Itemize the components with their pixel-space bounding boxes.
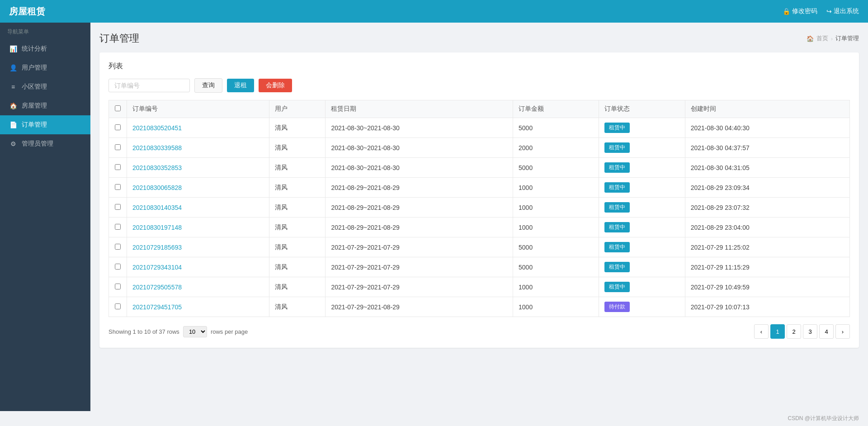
row-amount: 5000 bbox=[513, 158, 599, 178]
row-select-checkbox[interactable] bbox=[115, 204, 121, 210]
order-id-link[interactable]: 20210830339588 bbox=[132, 144, 182, 151]
sidebar-item-admins[interactable]: ⚙ 管理员管理 bbox=[0, 134, 90, 153]
row-select-checkbox[interactable] bbox=[115, 303, 121, 309]
statistics-icon: 📊 bbox=[9, 45, 17, 52]
row-user: 清风 bbox=[269, 178, 326, 198]
col-date: 租赁日期 bbox=[326, 100, 513, 118]
row-status: 租赁中 bbox=[599, 158, 685, 178]
row-status: 租赁中 bbox=[599, 218, 685, 237]
nav-label: 导航菜单 bbox=[0, 23, 90, 39]
orders-icon: 📄 bbox=[9, 121, 17, 128]
table-header: 订单编号 用户 租赁日期 订单金额 订单状态 创建时间 bbox=[109, 100, 850, 118]
row-select-checkbox[interactable] bbox=[115, 244, 121, 250]
sidebar-item-users[interactable]: 👤 用户管理 bbox=[0, 58, 90, 77]
order-id-link[interactable]: 20210729451705 bbox=[132, 303, 182, 311]
sidebar-item-users-label: 用户管理 bbox=[22, 64, 47, 72]
row-amount: 1000 bbox=[513, 178, 599, 198]
status-badge: 租赁中 bbox=[604, 282, 630, 292]
col-user: 用户 bbox=[269, 100, 326, 118]
row-select-checkbox[interactable] bbox=[115, 224, 121, 230]
status-badge: 租赁中 bbox=[604, 123, 630, 133]
select-all-checkbox[interactable] bbox=[115, 105, 121, 111]
watermark-text: CSDN @计算机毕业设计大师 bbox=[788, 415, 859, 421]
search-input[interactable] bbox=[108, 79, 190, 92]
row-user: 清风 bbox=[269, 198, 326, 218]
sidebar-item-community-label: 小区管理 bbox=[22, 83, 47, 91]
row-date: 2021-08-29~2021-08-29 bbox=[326, 218, 513, 237]
order-id-link[interactable]: 20210830065828 bbox=[132, 184, 182, 191]
row-order-id: 20210729343104 bbox=[127, 257, 269, 277]
logout-link[interactable]: ↪ 退出系统 bbox=[826, 7, 859, 15]
row-checkbox bbox=[109, 277, 127, 297]
pagination-next[interactable]: › bbox=[835, 324, 850, 339]
row-date: 2021-08-29~2021-08-29 bbox=[326, 198, 513, 218]
row-amount: 1000 bbox=[513, 297, 599, 317]
order-id-link[interactable]: 20210729343104 bbox=[132, 264, 182, 271]
page-btn-3[interactable]: 3 bbox=[803, 324, 817, 339]
col-status: 订单状态 bbox=[599, 100, 685, 118]
order-id-link[interactable]: 20210830520451 bbox=[132, 124, 182, 132]
orders-table: 订单编号 用户 租赁日期 订单金额 订单状态 创建时间 202108305204… bbox=[108, 100, 850, 317]
sidebar-item-orders-label: 订单管理 bbox=[22, 121, 47, 129]
col-amount: 订单金额 bbox=[513, 100, 599, 118]
row-created: 2021-08-30 04:31:05 bbox=[685, 158, 849, 178]
row-status: 租赁中 bbox=[599, 118, 685, 138]
row-select-checkbox[interactable] bbox=[115, 264, 121, 270]
order-id-link[interactable]: 20210729185693 bbox=[132, 244, 182, 251]
row-select-checkbox[interactable] bbox=[115, 124, 121, 130]
page-btn-1[interactable]: 1 bbox=[770, 324, 785, 339]
row-select-checkbox[interactable] bbox=[115, 164, 121, 170]
page-btn-2[interactable]: 2 bbox=[787, 324, 801, 339]
refund-button[interactable]: 退租 bbox=[227, 79, 254, 92]
pagination-bar: Showing 1 to 10 of 37 rows 10 20 50 rows… bbox=[108, 324, 850, 339]
breadcrumb: 🏠 首页 › 订单管理 bbox=[807, 34, 859, 43]
order-id-link[interactable]: 20210830197148 bbox=[132, 224, 182, 231]
main-card: 列表 查询 退租 会删除 订单编号 用户 租赁日期 订单金额 订单状态 bbox=[99, 52, 859, 348]
row-created: 2021-07-29 11:15:29 bbox=[685, 257, 849, 277]
row-user: 清风 bbox=[269, 218, 326, 237]
sidebar-item-statistics[interactable]: 📊 统计分析 bbox=[0, 39, 90, 58]
row-date: 2021-07-29~2021-07-29 bbox=[326, 257, 513, 277]
row-checkbox bbox=[109, 257, 127, 277]
pagination-info: Showing 1 to 10 of 37 rows 10 20 50 rows… bbox=[108, 326, 248, 337]
main-layout: 导航菜单 📊 统计分析 👤 用户管理 ≡ 小区管理 🏠 房屋管理 📄 订单管理 … bbox=[0, 23, 868, 411]
order-id-link[interactable]: 20210830352853 bbox=[132, 164, 182, 171]
row-status: 租赁中 bbox=[599, 138, 685, 158]
order-id-link[interactable]: 20210729505578 bbox=[132, 284, 182, 291]
content-area: 订单管理 🏠 首页 › 订单管理 列表 查询 退租 会删除 bbox=[90, 23, 868, 411]
row-amount: 1000 bbox=[513, 198, 599, 218]
order-id-link[interactable]: 20210830140354 bbox=[132, 204, 182, 211]
row-checkbox bbox=[109, 237, 127, 257]
row-select-checkbox[interactable] bbox=[115, 184, 121, 190]
delete-button[interactable]: 会删除 bbox=[259, 79, 292, 92]
row-user: 清风 bbox=[269, 277, 326, 297]
home-icon: 🏠 bbox=[807, 35, 814, 42]
row-order-id: 20210729505578 bbox=[127, 277, 269, 297]
row-created: 2021-07-29 11:25:02 bbox=[685, 237, 849, 257]
status-badge: 租赁中 bbox=[604, 142, 630, 153]
change-password-link[interactable]: 🔒 修改密码 bbox=[783, 7, 817, 15]
row-created: 2021-08-29 23:07:32 bbox=[685, 198, 849, 218]
row-order-id: 20210830520451 bbox=[127, 118, 269, 138]
sidebar-item-housing[interactable]: 🏠 房屋管理 bbox=[0, 96, 90, 115]
page-btn-4[interactable]: 4 bbox=[819, 324, 834, 339]
sidebar-item-community[interactable]: ≡ 小区管理 bbox=[0, 77, 90, 96]
row-select-checkbox[interactable] bbox=[115, 284, 121, 289]
section-title: 列表 bbox=[108, 62, 850, 71]
table-row: 20210830065828 清风 2021-08-29~2021-08-29 … bbox=[109, 178, 850, 198]
row-created: 2021-08-30 04:40:30 bbox=[685, 118, 849, 138]
search-button[interactable]: 查询 bbox=[194, 78, 222, 93]
sidebar-item-statistics-label: 统计分析 bbox=[22, 45, 47, 53]
row-amount: 1000 bbox=[513, 277, 599, 297]
sidebar-item-orders[interactable]: 📄 订单管理 bbox=[0, 115, 90, 134]
rows-per-page-select[interactable]: 10 20 50 bbox=[183, 326, 207, 337]
row-select-checkbox[interactable] bbox=[115, 144, 121, 150]
page-header: 订单管理 🏠 首页 › 订单管理 bbox=[99, 32, 859, 45]
row-date: 2021-07-29~2021-07-29 bbox=[326, 237, 513, 257]
pagination-prev[interactable]: ‹ bbox=[754, 324, 769, 339]
table-row: 20210830352853 清风 2021-08-30~2021-08-30 … bbox=[109, 158, 850, 178]
app-logo: 房屋租赁 bbox=[9, 5, 45, 18]
top-header: 房屋租赁 🔒 修改密码 ↪ 退出系统 bbox=[0, 0, 868, 23]
breadcrumb-home[interactable]: 首页 bbox=[816, 34, 828, 43]
header-actions: 🔒 修改密码 ↪ 退出系统 bbox=[783, 7, 859, 15]
